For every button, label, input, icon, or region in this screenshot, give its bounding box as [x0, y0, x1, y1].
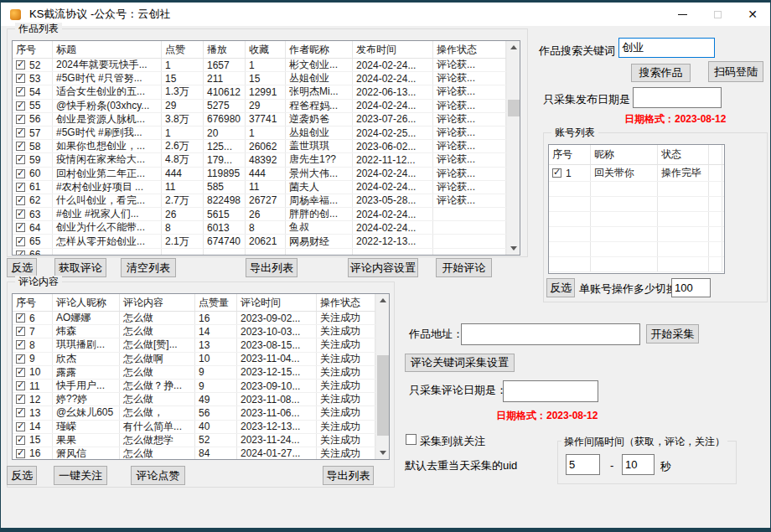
follow-all-button[interactable]: 一键关注	[54, 466, 107, 485]
table-row[interactable]: 59疫情闲在家来给大...4.8万179...48392唐先生1??2022-1…	[13, 153, 506, 167]
scroll-up-arrow[interactable]	[376, 294, 390, 307]
account-switch-input[interactable]	[671, 278, 711, 297]
row-checkbox[interactable]	[16, 142, 25, 151]
table-row[interactable]: 56创业是资源人脉机...3.8万67698037741逆袭奶爸2023-07-…	[13, 113, 506, 127]
clear-list-button[interactable]: 清空列表	[121, 258, 176, 277]
table-row[interactable]: 1回关带你操作完毕	[549, 165, 724, 182]
comment-content-settings-button[interactable]: 评论内容设置	[348, 258, 418, 277]
row-checkbox[interactable]	[16, 60, 25, 70]
like-comments-button[interactable]: 评论点赞	[131, 466, 185, 485]
table-row[interactable]: 16箫风信怎么做842024-01-27...关注成功	[13, 447, 375, 459]
table-row[interactable]: 58如果你也想创业，...2.6万125...26062盖世琪琪2023-06-…	[13, 140, 506, 153]
column-header[interactable]: 标题	[53, 41, 162, 58]
column-header[interactable]: 点赞	[162, 41, 204, 58]
column-header[interactable]: 评论人昵称	[53, 294, 120, 311]
column-header[interactable]: 播放	[204, 41, 246, 58]
table-row[interactable]: 54适合女生创业的五...1.3万41061212991张明杰Mi...2022…	[13, 85, 506, 99]
row-checkbox[interactable]	[16, 368, 25, 377]
row-checkbox[interactable]	[16, 169, 25, 178]
maximize-button[interactable]	[700, 3, 735, 26]
comments-invert-button[interactable]: 反选	[7, 466, 37, 485]
start-comment-button[interactable]: 开始评论	[436, 258, 492, 277]
table-row[interactable]: 6AO娜娜怎么做162023-09-02...关注成功	[13, 312, 375, 325]
table-row[interactable]: 65怎样从零开始创业...2.1万67474020621网易财经2022-12-…	[13, 235, 506, 248]
keyword-collect-settings-button[interactable]: 评论关键词采集设置	[405, 354, 515, 372]
row-checkbox[interactable]	[16, 395, 25, 404]
row-checkbox[interactable]	[16, 313, 25, 323]
column-header[interactable]: 序号	[549, 145, 591, 164]
table-row[interactable]: 13@幺妹儿605怎么做，562023-11-06...关注成功	[13, 406, 375, 420]
row-checkbox[interactable]	[16, 128, 25, 137]
search-works-button[interactable]: 搜索作品	[631, 64, 691, 82]
vertical-scrollbar[interactable]	[506, 41, 520, 255]
column-header[interactable]: 序号	[13, 41, 53, 58]
row-checkbox[interactable]	[16, 354, 25, 364]
row-checkbox[interactable]	[16, 327, 25, 336]
row-checkbox[interactable]	[16, 340, 25, 349]
row-checkbox[interactable]	[16, 209, 25, 219]
scrollbar-thumb[interactable]	[508, 100, 520, 116]
accounts-invert-button[interactable]: 反选	[546, 278, 575, 297]
works-invert-button[interactable]: 反选	[7, 258, 37, 277]
close-button[interactable]: ✕	[735, 3, 770, 26]
row-checkbox[interactable]	[16, 408, 25, 417]
get-comments-button[interactable]: 获取评论	[54, 258, 106, 277]
table-row[interactable]: 522024年就要玩快手...116571彬文创业...2024-02-24..…	[13, 59, 506, 72]
table-row[interactable]: 62什么叫创业，看完...2.7万82249826727周杨幸福...2023-…	[13, 194, 506, 208]
table-row[interactable]: 8琪琪播剧...怎么做[赞]...132023-08-15...关注成功	[13, 338, 375, 352]
row-checkbox[interactable]	[16, 422, 25, 431]
table-row[interactable]: 9欣杰怎么做啊102023-11-04...关注成功	[13, 353, 375, 366]
minimize-button[interactable]	[665, 3, 700, 26]
table-row[interactable]: 12婷??婷怎么做492023-11-08...关注成功	[13, 393, 375, 406]
column-header[interactable]: 评论时间	[237, 294, 317, 311]
row-checkbox[interactable]	[16, 74, 25, 83]
column-header[interactable]: 昵称	[591, 145, 658, 164]
publish-date-input[interactable]	[633, 87, 722, 108]
table-row[interactable]: 14瑾嵘有什么简单...402023-12-13...关注成功	[13, 421, 375, 434]
work-url-input[interactable]	[461, 323, 640, 345]
column-header[interactable]: 评论内容	[120, 294, 195, 311]
scroll-up-arrow[interactable]	[507, 41, 520, 54]
follow-on-collect-checkbox[interactable]	[406, 434, 417, 445]
scrollbar-thumb[interactable]	[377, 355, 389, 436]
table-row[interactable]: 55@快手粉条(03xhcy...29527529程爸程妈...2024-02-…	[13, 100, 506, 113]
interval-min-input[interactable]	[566, 454, 600, 475]
column-header[interactable]: 作者昵称	[286, 41, 353, 58]
column-header[interactable]: 状态	[658, 145, 709, 164]
row-checkbox[interactable]	[552, 168, 561, 178]
table-row[interactable]: 64创业为什么不能带...860138鱼叔2024-02-24...	[13, 221, 506, 235]
search-keyword-input[interactable]	[618, 38, 715, 58]
row-checkbox[interactable]	[16, 196, 25, 205]
table-row[interactable]: 10露露怎么做92023-12-15...关注成功	[13, 366, 375, 380]
column-header[interactable]: 操作状态	[317, 294, 375, 311]
comment-date-input[interactable]	[503, 380, 598, 402]
column-header[interactable]: 序号	[13, 294, 53, 311]
column-header[interactable]	[709, 145, 722, 164]
vertical-scrollbar[interactable]	[375, 294, 389, 459]
column-header[interactable]: 操作状态	[433, 41, 506, 58]
table-row[interactable]: 66	[13, 249, 506, 255]
row-checkbox[interactable]	[16, 87, 25, 96]
scroll-down-arrow[interactable]	[507, 242, 520, 255]
interval-max-input[interactable]	[622, 454, 655, 475]
row-checkbox[interactable]	[16, 436, 25, 445]
table-row[interactable]: 57#5G时代 #刷到我...1201丛姐创业2024-02-25...评论获.…	[13, 127, 506, 140]
row-checkbox[interactable]	[16, 251, 25, 255]
row-checkbox[interactable]	[16, 381, 25, 390]
table-row[interactable]: 61#农村创业好项目 ...1158511菌夫人2024-02-24...评论获…	[13, 181, 506, 194]
row-checkbox[interactable]	[16, 449, 25, 458]
row-checkbox[interactable]	[16, 183, 25, 192]
scroll-down-arrow[interactable]	[376, 447, 390, 459]
qr-login-button[interactable]: 扫码登陆	[708, 61, 763, 82]
column-header[interactable]: 收藏	[246, 41, 286, 58]
column-header[interactable]: 点赞量	[195, 294, 237, 311]
table-row[interactable]: 11快手用户...怎么做？挣...92023-09-10...关注成功	[13, 380, 375, 393]
row-checkbox[interactable]	[16, 155, 25, 164]
row-checkbox[interactable]	[16, 101, 25, 111]
table-row[interactable]: 53#5G时代 #只管努...1521115丛姐创业2024-02-24...评…	[13, 72, 506, 85]
table-row[interactable]: 63#创业 #祝家人们...26561526胖胖的创...2024-02-24.…	[13, 208, 506, 221]
works-export-button[interactable]: 导出列表	[246, 258, 298, 277]
column-header[interactable]: 发布时间	[353, 41, 433, 58]
table-row[interactable]: 60回村创业第二年正...444119895444景州大伟...2024-02-…	[13, 168, 506, 181]
row-checkbox[interactable]	[16, 237, 25, 246]
